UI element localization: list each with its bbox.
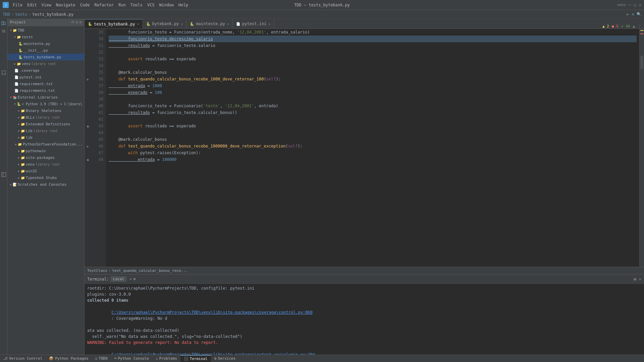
settings-icon[interactable]: ⚙ [79, 20, 82, 24]
menu-vcs[interactable]: VCS [147, 3, 155, 7]
structure-icon[interactable] [1, 28, 7, 34]
file-icon: 📄 [14, 75, 19, 79]
structure-bottom-icon[interactable] [1, 172, 7, 178]
toolbar-search-btn[interactable]: 🔍 [637, 12, 641, 16]
close-btn[interactable]: ✕ [639, 3, 641, 7]
tree-item-dlls[interactable]: ▶ 📁 DLLs library root [7, 114, 84, 121]
errors-count[interactable]: ● 5 [612, 24, 619, 28]
tree-label-scratches: Scratches and Consoles [18, 182, 67, 187]
close-tab-icon[interactable]: ✕ [181, 22, 183, 26]
tree-item-lib[interactable]: ▶ 📁 lib [7, 134, 84, 141]
tree-item-requirements[interactable]: 📄 requirements.txt [7, 87, 84, 94]
bookmarks-icon[interactable] [1, 70, 7, 76]
gutter-41 [85, 109, 91, 116]
tree-label-mainteste: mainteste.py [23, 42, 50, 46]
project-icon[interactable] [1, 20, 7, 26]
maximize-btn[interactable]: □ [634, 3, 636, 7]
tree-item-site-packages[interactable]: ▶ 📁 site-packages [7, 154, 84, 161]
terminal-local-tag[interactable]: Local [110, 276, 127, 282]
todo-btn[interactable]: ☑ TODO [92, 355, 111, 362]
minimize-btn[interactable]: ─ [629, 3, 631, 7]
terminal-settings-btn[interactable]: ⚙ [634, 277, 636, 282]
folder-icon: 📁 [20, 135, 25, 140]
tree-label-tests: tests [22, 35, 33, 39]
terminal-line-rootdir: rootdir: C:\Users\raphael\PycharmProject… [87, 285, 641, 291]
add-terminal-btn[interactable]: + [129, 277, 132, 282]
tree-item-requirement[interactable]: 📄 requirement.txt [7, 80, 84, 87]
tree-item-pytest-ini[interactable]: 📄 pytest.ini [7, 74, 84, 80]
tree-item-tests[interactable]: ▼ 📁 tests [7, 34, 84, 40]
line-num-41: 41 [91, 109, 103, 116]
menu-edit[interactable]: Edit [27, 3, 37, 7]
scrollbar-thumb[interactable] [640, 56, 643, 69]
tree-item-binary-skeletons[interactable]: ▶ 📁 Binary Skeletons [7, 107, 84, 114]
tree-item-scratches[interactable]: ▶ 📝 Scratches and Consoles [7, 181, 84, 188]
code-editor[interactable]: ▶ ◉ ▶ ◉ 29 30 31 32 33 34 [85, 29, 644, 267]
version-control-btn[interactable]: ⎇ Version Control [0, 355, 46, 362]
arrow-icon: ▶ [18, 163, 20, 166]
tree-item-tdd[interactable]: ▼ 📁 TDD [7, 27, 84, 34]
menu-view[interactable]: View [42, 3, 51, 7]
breadcrumb-class[interactable]: TestClass [87, 268, 107, 273]
settings-icon[interactable]: ⋮ [638, 24, 641, 28]
terminal-dropdown-btn[interactable]: ▼ [133, 277, 136, 282]
menu-window[interactable]: Window [159, 3, 174, 7]
line-num-36: 36 [91, 76, 103, 82]
breadcrumb-method[interactable]: test_quando_calcular_bonus_rece... [112, 268, 187, 273]
menu-file[interactable]: File [13, 3, 22, 7]
problems-btn[interactable]: ⚠ Problems [152, 355, 180, 362]
tree-item-tests-bytebank[interactable]: 🐍 tests_bytebank.py [7, 54, 84, 60]
folder-icon: 📁 [17, 142, 22, 146]
venv-label[interactable]: venv [617, 3, 626, 7]
services-btn[interactable]: ⚙ Services [211, 355, 239, 362]
sync-icon[interactable]: ⟳ [71, 20, 74, 24]
code-line-44 [109, 129, 637, 136]
close-tab-icon[interactable]: ✕ [137, 22, 139, 26]
breadcrumb-tests[interactable]: tests [15, 12, 27, 17]
tab-bytebank[interactable]: 🐍 bytebank.py ✕ [143, 19, 187, 28]
menu-run[interactable]: Run [118, 3, 126, 7]
breadcrumb-tdd[interactable]: TDD [3, 12, 10, 17]
coverage-link[interactable]: C:\Users\raphael\PycharmProjects\TDD\ven… [111, 310, 313, 315]
right-gutter[interactable] [639, 29, 644, 267]
pytest-cov-link[interactable]: C:\Users\raphael\PycharmProjects\TDD\ven… [111, 352, 315, 355]
tree-item-win32[interactable]: ▶ 📁 win32 [7, 168, 84, 174]
menu-tools[interactable]: Tools [130, 3, 143, 7]
menu-refactor[interactable]: Refactor [94, 3, 114, 7]
breadcrumb-file[interactable]: tests_bytebank.py [32, 12, 73, 17]
close-tab-icon[interactable]: ✕ [268, 22, 270, 26]
svg-rect-7 [2, 173, 6, 177]
tree-item-python39[interactable]: ▼ 🐍 < Python 3.9 (TDD) > C:\Users\ [7, 101, 84, 107]
python-console-btn[interactable]: ⌨ Python Console [111, 355, 152, 362]
menu-code[interactable]: Code [80, 3, 90, 7]
tree-item-psf[interactable]: ▶ 📁 PythonSoftwareFoundation... [7, 141, 84, 147]
tree-item-external-libs[interactable]: ▼ 📚 External Libraries [7, 94, 84, 101]
tree-item-init[interactable]: 🐍 __init__.py [7, 47, 84, 54]
menu-help[interactable]: Help [178, 3, 188, 7]
tree-item-lib-root[interactable]: ▶ 📁 Lib library root [7, 127, 84, 134]
tree-item-mainteste[interactable]: 🐍 mainteste.py [7, 40, 84, 47]
tree-item-pythonwin[interactable]: ▶ 📁 pythonwin [7, 147, 84, 154]
terminal-content[interactable]: rootdir: C:\Users\raphael\PycharmProject… [85, 284, 644, 355]
tree-item-extended-defs[interactable]: ▶ 📁 Extended Definitions [7, 121, 84, 127]
tree-item-typeshed[interactable]: ▶ 📁 Typeshed Stubs [7, 174, 84, 181]
tab-tests-bytebank[interactable]: 🐍 tests_bytebank.py ✕ [85, 19, 143, 28]
toolbar-debug-btn[interactable]: ⚙ [632, 12, 634, 16]
tab-pytest-ini[interactable]: 📄 pytest.ini ✕ [233, 19, 274, 28]
tab-mainteste[interactable]: 🐍 mainteste.py ✕ [186, 19, 233, 28]
tree-item-coverage[interactable]: 📄 .coverage [7, 67, 84, 74]
terminal-btn[interactable]: ⬛ Terminal [180, 355, 211, 362]
close-tab-icon[interactable]: ✕ [227, 22, 229, 26]
terminal-close-btn[interactable]: ✕ [639, 277, 641, 282]
warnings-count[interactable]: ▲ 2 [602, 24, 609, 28]
tree-item-venv[interactable]: ▶ 📁 venv library root [7, 60, 84, 67]
toolbar-run-btn[interactable]: ▶ [627, 12, 629, 16]
collapse-icon[interactable]: ⊟ [76, 20, 78, 24]
python-packages-btn[interactable]: 📦 Python Packages [46, 355, 92, 362]
tree-item-venv2[interactable]: ▶ 📁 venv library root [7, 161, 84, 168]
menu-navigate[interactable]: Navigate [56, 3, 75, 7]
folder-icon: 📁 [20, 115, 25, 120]
expand-icon[interactable]: ▲ [633, 24, 635, 28]
hints-count[interactable]: ✔ 48 [621, 24, 630, 28]
code-content[interactable]: funcionrio_teste = Funcionario(entrada_n… [106, 29, 639, 267]
